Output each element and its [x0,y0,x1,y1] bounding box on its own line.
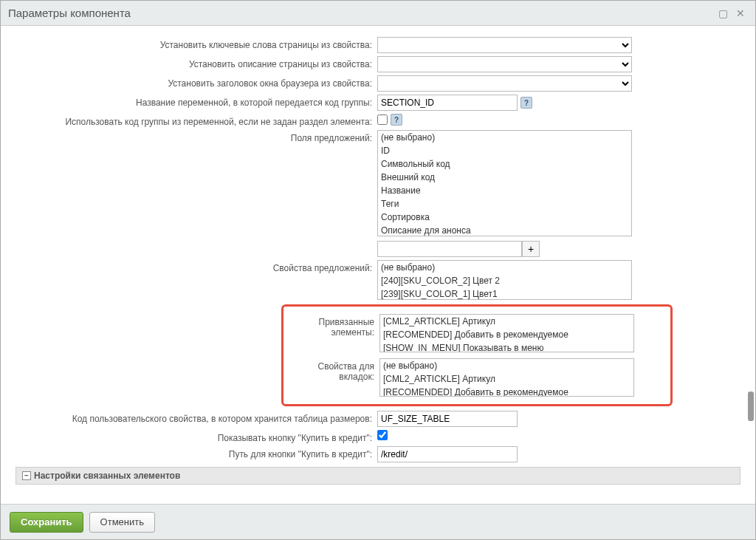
help-icon[interactable]: ? [520,97,532,109]
list-item[interactable]: Название [378,184,631,197]
scrollbar-thumb[interactable] [748,392,754,421]
listbox-offer-fields[interactable]: (не выбрано) ID Символьный код Внешний к… [377,130,632,236]
label-linked-elements: Привязанные элементы: [288,314,379,338]
collapse-icon[interactable]: − [22,471,31,480]
list-item[interactable]: [239][SKU_COLOR_1] Цвет1 [378,287,631,300]
label-description: Установить описание страницы из свойства… [16,56,377,69]
checkbox-use-var[interactable] [377,115,388,125]
section-header-label: Настройки связанных элементов [34,471,180,481]
label-size-table-code: Код пользовательского свойства, в которо… [16,411,377,424]
highlighted-section: Привязанные элементы: [CML2_ARTICKLE] Ар… [281,304,673,406]
save-button[interactable]: Сохранить [10,512,83,533]
label-offer-props: Свойства предложений: [16,260,377,273]
list-item[interactable]: Сортировка [378,211,631,224]
input-size-table-code[interactable] [377,411,518,427]
label-browser-title: Установить заголовок окна браузера из св… [16,75,377,89]
list-item[interactable]: Внешний код [378,171,631,184]
list-item[interactable]: [CML2_ARTICKLE] Артикул [380,372,633,386]
select-description[interactable] [377,56,632,72]
row-browser-title: Установить заголовок окна браузера из св… [16,75,740,92]
content-area: Установить ключевые слова страницы из св… [1,26,755,504]
row-linked-elements: Привязанные элементы: [CML2_ARTICKLE] Ар… [288,314,666,352]
list-item[interactable]: [CML2_ARTICKLE] Артикул [380,315,633,328]
row-tab-props: Свойства для вкладок: (не выбрано) [CML2… [288,358,666,397]
label-offer-fields: Поля предложений: [16,130,377,143]
list-item[interactable]: [RECOMENDED] Добавить в рекомендуемое [380,328,633,341]
select-browser-title[interactable] [377,75,632,92]
dialog-window: Параметры компонента ▢ ✕ Установить ключ… [0,0,756,540]
list-item[interactable]: Символьный код [378,157,631,171]
list-item[interactable]: [240][SKU_COLOR_2] Цвет 2 [378,274,631,287]
label-var-name: Название переменной, в которой передаетс… [16,95,377,108]
row-use-var: Использовать код группы из переменной, е… [16,114,740,127]
label-use-var: Использовать код группы из переменной, е… [16,114,377,127]
help-icon[interactable]: ? [391,114,402,126]
list-item[interactable]: [SHOW_IN_MENU] Показывать в меню [380,341,633,352]
label-tab-props: Свойства для вкладок: [288,358,379,382]
list-item[interactable]: [RECOMENDED] Добавить в рекомендуемое [380,386,633,397]
titlebar: Параметры компонента ▢ ✕ [1,1,755,26]
list-item[interactable]: Описание для анонса [378,224,631,236]
list-item[interactable]: (не выбрано) [378,261,631,274]
window-title: Параметры компонента [8,7,712,19]
list-item[interactable]: Теги [378,197,631,211]
input-var-name[interactable] [377,95,518,111]
listbox-linked-elements[interactable]: [CML2_ARTICKLE] Артикул [RECOMENDED] Доб… [379,314,634,352]
label-show-credit-btn: Показывать кнопку "Купить в кредит": [16,430,377,443]
listbox-tab-props[interactable]: (не выбрано) [CML2_ARTICKLE] Артикул [RE… [379,358,634,397]
footer: Сохранить Отменить [1,504,755,539]
list-item[interactable]: ID [378,144,631,157]
row-credit-path: Путь для кнопки "Купить в кредит": [16,446,740,462]
select-keywords[interactable] [377,37,632,53]
close-icon[interactable]: ✕ [733,6,748,21]
list-item[interactable]: (не выбрано) [378,131,631,144]
row-offer-props: Свойства предложений: (не выбрано) [240]… [16,260,740,300]
list-item[interactable]: (не выбрано) [380,359,633,372]
row-size-table-code: Код пользовательского свойства, в которо… [16,411,740,427]
row-description: Установить описание страницы из свойства… [16,56,740,72]
input-add-offer-field[interactable] [377,241,522,257]
cancel-button[interactable]: Отменить [89,512,155,533]
checkbox-show-credit[interactable] [377,430,388,440]
add-button[interactable]: + [522,241,540,257]
add-offer-field: + [377,241,540,257]
label-keywords: Установить ключевые слова страницы из св… [16,37,377,50]
row-show-credit-btn: Показывать кнопку "Купить в кредит": [16,430,740,443]
row-var-name: Название переменной, в которой передаетс… [16,95,740,111]
row-offer-fields: Поля предложений: (не выбрано) ID Символ… [16,130,740,257]
label-credit-path: Путь для кнопки "Купить в кредит": [16,446,377,459]
section-header-linked-settings[interactable]: − Настройки связанных элементов [16,467,740,485]
row-keywords: Установить ключевые слова страницы из св… [16,37,740,53]
input-credit-path[interactable] [377,446,518,462]
maximize-icon[interactable]: ▢ [715,6,730,21]
listbox-offer-props[interactable]: (не выбрано) [240][SKU_COLOR_2] Цвет 2 [… [377,260,632,300]
